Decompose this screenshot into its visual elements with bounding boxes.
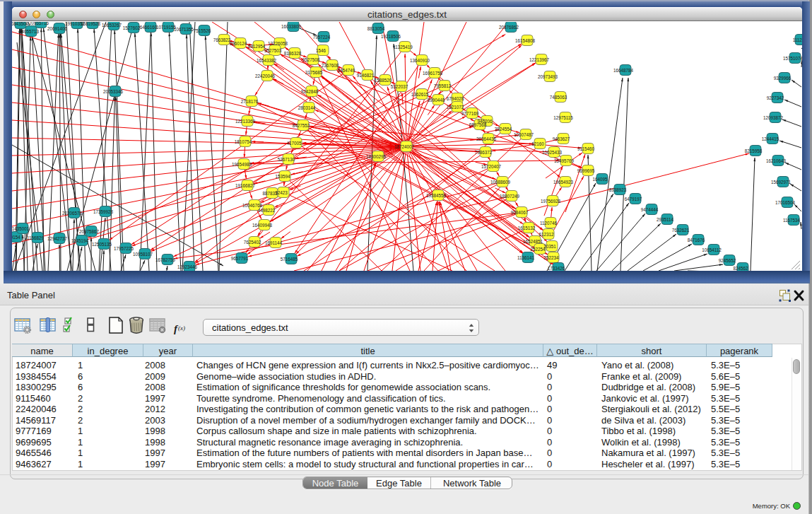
svg-text:612312: 612312 xyxy=(539,232,554,237)
svg-text:9227342: 9227342 xyxy=(767,95,784,100)
svg-text:92423: 92423 xyxy=(275,190,288,195)
svg-text:10653267: 10653267 xyxy=(102,23,122,28)
svg-text:12975115: 12975115 xyxy=(553,115,573,120)
svg-text:5267130: 5267130 xyxy=(278,157,295,162)
svg-text:9474444: 9474444 xyxy=(641,207,659,212)
svg-text:15692971: 15692971 xyxy=(771,180,792,185)
svg-text:1733426: 1733426 xyxy=(548,266,565,271)
svg-text:7957224: 7957224 xyxy=(313,35,331,40)
svg-text:7632621: 7632621 xyxy=(672,228,690,233)
svg-text:15495769: 15495769 xyxy=(554,158,575,163)
svg-text:153594: 153594 xyxy=(275,174,290,179)
svg-text:16154808: 16154808 xyxy=(515,38,536,43)
svg-text:20973493: 20973493 xyxy=(538,74,558,79)
svg-text:9699695: 9699695 xyxy=(577,168,595,173)
svg-text:8427552: 8427552 xyxy=(293,123,310,128)
svg-text:417005: 417005 xyxy=(286,141,302,146)
svg-text:8215958: 8215958 xyxy=(745,148,763,153)
svg-text:3824554: 3824554 xyxy=(495,127,512,132)
svg-text:12093872: 12093872 xyxy=(763,115,784,120)
svg-text:9463627: 9463627 xyxy=(553,136,570,141)
svg-text:6466160: 6466160 xyxy=(140,25,158,30)
svg-text:1136141: 1136141 xyxy=(517,255,535,260)
svg-text:9657791: 9657791 xyxy=(231,256,249,261)
svg-text:2367608: 2367608 xyxy=(322,63,339,68)
svg-text:12942737: 12942737 xyxy=(47,236,68,241)
svg-text:12213369: 12213369 xyxy=(235,119,256,124)
svg-text:7515526: 7515526 xyxy=(194,28,211,33)
svg-text:1156829: 1156829 xyxy=(27,235,45,240)
svg-text:11325419: 11325419 xyxy=(393,45,413,49)
svg-text:62160: 62160 xyxy=(531,141,544,146)
svg-text:1546: 1546 xyxy=(316,48,326,53)
svg-text:10654112: 10654112 xyxy=(702,247,722,252)
svg-text:10607487: 10607487 xyxy=(514,132,534,137)
svg-text:18724007: 18724007 xyxy=(394,144,415,149)
svg-text:7955812: 7955812 xyxy=(434,83,452,88)
svg-text:16961758: 16961758 xyxy=(423,71,443,76)
svg-text:11122: 11122 xyxy=(793,37,802,42)
svg-text:20206578: 20206578 xyxy=(62,211,83,216)
svg-text:824562: 824562 xyxy=(733,266,748,271)
svg-text:10958107: 10958107 xyxy=(133,252,153,257)
svg-text:8912954: 8912954 xyxy=(248,44,266,49)
svg-text:5716485: 5716485 xyxy=(281,257,298,262)
svg-text:9527508: 9527508 xyxy=(302,57,320,62)
svg-text:19756928: 19756928 xyxy=(541,199,561,204)
svg-text:18807249: 18807249 xyxy=(500,194,520,199)
svg-text:18300295: 18300295 xyxy=(366,154,387,159)
svg-text:9527503: 9527503 xyxy=(264,48,282,53)
svg-text:17359928: 17359928 xyxy=(93,209,114,214)
svg-text:6479197: 6479197 xyxy=(625,197,642,201)
svg-text:9245652: 9245652 xyxy=(719,258,736,263)
svg-text:12923446: 12923446 xyxy=(177,264,198,269)
svg-text:7625402: 7625402 xyxy=(244,240,261,245)
svg-text:17016504: 17016504 xyxy=(775,200,796,205)
svg-text:2935114: 2935114 xyxy=(657,217,674,222)
svg-text:15720407: 15720407 xyxy=(481,164,502,169)
svg-text:12213967: 12213967 xyxy=(529,57,550,62)
svg-text:20351: 20351 xyxy=(543,244,556,249)
svg-text:9146821: 9146821 xyxy=(357,73,375,78)
svg-text:9329966: 9329966 xyxy=(774,76,792,81)
svg-text:1615132: 1615132 xyxy=(518,226,536,230)
svg-text:20975867: 20975867 xyxy=(79,229,100,234)
svg-text:8471676: 8471676 xyxy=(688,238,705,243)
svg-text:1691144: 1691144 xyxy=(265,240,283,245)
svg-text:8990448: 8990448 xyxy=(428,98,445,103)
svg-text:5322037: 5322037 xyxy=(391,84,408,89)
svg-text:1244415: 1244415 xyxy=(762,136,779,141)
svg-text:20955715: 20955715 xyxy=(29,22,49,25)
svg-text:9084067: 9084067 xyxy=(511,210,529,215)
svg-text:39154: 39154 xyxy=(12,235,20,240)
svg-text:1621072: 1621072 xyxy=(447,105,464,110)
svg-text:10046768: 10046768 xyxy=(242,203,263,208)
svg-text:20364436: 20364436 xyxy=(476,136,497,141)
svg-text:164095: 164095 xyxy=(592,177,608,182)
svg-text:1167534: 1167534 xyxy=(783,218,801,223)
svg-text:8186328: 8186328 xyxy=(284,51,302,56)
svg-text:19654923: 19654923 xyxy=(553,180,574,185)
svg-text:19218506: 19218506 xyxy=(381,34,401,39)
svg-text:252234: 252234 xyxy=(543,255,559,260)
svg-text:13640910: 13640910 xyxy=(410,58,430,63)
svg-text:10025433: 10025433 xyxy=(542,150,563,155)
svg-text:2718176: 2718176 xyxy=(241,99,259,104)
svg-text:16409948: 16409948 xyxy=(252,223,273,228)
svg-text:17957225: 17957225 xyxy=(114,246,134,251)
svg-text:12505135: 12505135 xyxy=(92,242,112,247)
svg-text:1435001: 1435001 xyxy=(12,226,30,231)
svg-text:16033809: 16033809 xyxy=(281,24,302,29)
svg-text:4498222: 4498222 xyxy=(258,208,276,213)
svg-text:1810754: 1810754 xyxy=(235,139,252,144)
svg-text:20053346: 20053346 xyxy=(103,89,124,94)
svg-text:7485063: 7485063 xyxy=(550,95,567,100)
svg-text:7663822: 7663822 xyxy=(213,37,231,42)
svg-text:22420046: 22420046 xyxy=(255,74,276,78)
svg-text:16524851: 16524851 xyxy=(523,239,543,244)
svg-text:2803144: 2803144 xyxy=(298,105,316,110)
svg-text:19166827: 19166827 xyxy=(235,183,256,188)
svg-text:16843504: 16843504 xyxy=(12,22,28,26)
svg-text:10688609: 10688609 xyxy=(490,180,511,185)
svg-text:13226058: 13226058 xyxy=(268,41,288,46)
